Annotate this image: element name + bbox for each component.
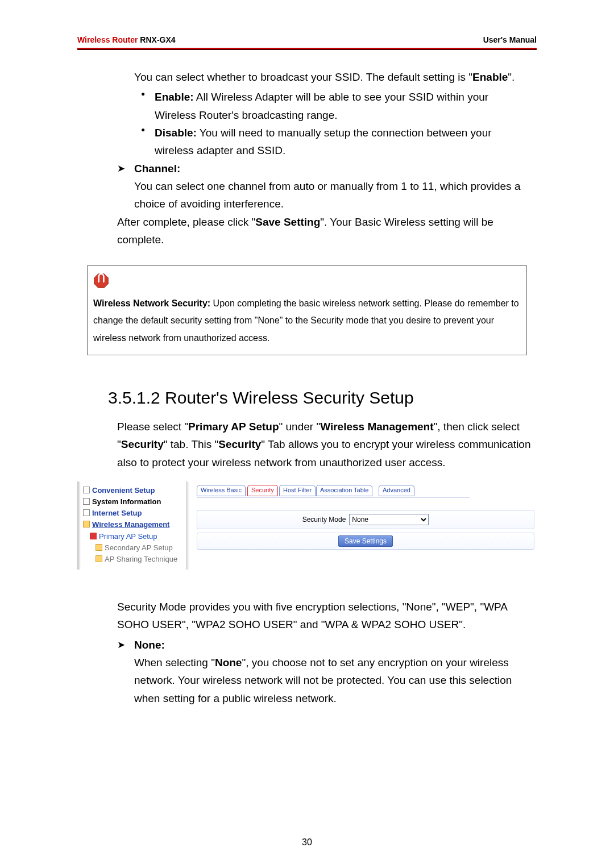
sidebar-item-ap-sharing[interactable]: AP Sharing Technique xyxy=(96,554,182,565)
after-complete-paragraph: After complete, please click "Save Setti… xyxy=(117,213,531,249)
header-rule xyxy=(77,48,537,50)
sidebar-item-internet-setup[interactable]: Internet Setup xyxy=(83,508,182,519)
text-bold: None xyxy=(215,657,242,668)
tab-association-table[interactable]: Association Table xyxy=(316,485,372,496)
text: When selecting " xyxy=(134,657,215,668)
tab-security[interactable]: Security xyxy=(247,485,278,496)
button-row: Save Settings xyxy=(197,533,534,550)
none-label: None: xyxy=(134,636,531,654)
text-bold: Security xyxy=(218,438,261,450)
bullet-disable: Disable: You will need to manually setup… xyxy=(134,124,531,160)
security-mode-select[interactable]: None xyxy=(349,514,429,525)
header-right: User's Manual xyxy=(483,35,537,44)
label: Secondary AP Setup xyxy=(105,543,173,552)
label: AP Sharing Technique xyxy=(105,555,177,563)
sidebar-item-system-info[interactable]: System Information xyxy=(83,496,182,508)
text: You will need to manually setup the conn… xyxy=(155,127,492,156)
header-left: Wireless Router RNX-GX4 xyxy=(77,35,176,44)
text: All Wireless Adapter will be able to see… xyxy=(155,91,488,121)
text: Please select " xyxy=(117,421,188,433)
sidebar-item-wireless-management[interactable]: Wireless Management xyxy=(83,519,182,530)
none-item: ➤ None: When selecting "None", you choos… xyxy=(117,636,531,707)
sidebar-item-primary-ap[interactable]: Primary AP Setup xyxy=(90,531,182,542)
sidebar-item-convenient-setup[interactable]: Convenient Setup xyxy=(83,485,182,496)
sidebar: Convenient Setup System Information Inte… xyxy=(83,485,182,565)
text-bold: Wireless Management xyxy=(320,421,433,433)
text-bold: Security xyxy=(121,438,164,450)
folder-icon xyxy=(96,544,102,551)
security-mode-row: Security Mode None xyxy=(197,510,534,529)
sidebar-item-secondary-ap[interactable]: Secondary AP Setup xyxy=(96,542,182,554)
page-header: Wireless Router RNX-GX4 User's Manual xyxy=(77,35,537,47)
stop-icon xyxy=(93,273,109,289)
text: ". xyxy=(508,71,515,83)
vertical-separator xyxy=(186,481,189,570)
page-number: 30 xyxy=(0,837,614,848)
folder-icon xyxy=(96,555,102,562)
text: " tab. This " xyxy=(164,438,219,450)
svg-marker-0 xyxy=(94,274,109,288)
security-setup-paragraph: Please select "Primary AP Setup" under "… xyxy=(117,418,531,471)
security-note-box: Wireless Network Security: Upon completi… xyxy=(87,265,527,355)
page-icon xyxy=(90,533,97,539)
text-bold: Save Setting xyxy=(255,216,320,228)
text-bold: Enable xyxy=(472,71,508,83)
router-ui-screenshot: Convenient Setup System Information Inte… xyxy=(77,481,537,570)
tab-advanced[interactable]: Advanced xyxy=(379,485,414,496)
label: Primary AP Setup xyxy=(99,532,157,541)
section-heading: 3.5.1.2 Router's Wireless Security Setup xyxy=(108,388,537,408)
none-text: When selecting "None", you choose not to… xyxy=(134,654,531,707)
security-mode-label: Security Mode xyxy=(302,516,346,524)
ssid-broadcast-paragraph: You can select whether to broadcast your… xyxy=(134,68,531,160)
text: You can select whether to broadcast your… xyxy=(134,71,472,83)
tab-strip: Wireless Basic Security Host Filter Asso… xyxy=(197,485,470,497)
label: Convenient Setup xyxy=(92,486,155,495)
note-title: Wireless Network Security: xyxy=(93,298,210,308)
label: Wireless Management xyxy=(92,520,169,529)
label: Enable: xyxy=(155,91,194,103)
product-name: Wireless Router xyxy=(77,35,138,44)
channel-item: ➤ Channel: You can select one channel fr… xyxy=(117,160,531,213)
channel-label: Channel: xyxy=(134,160,531,177)
label: Disable: xyxy=(155,127,197,139)
text: " under " xyxy=(279,421,320,433)
model-name: RNX-GX4 xyxy=(138,35,175,44)
text-bold: Primary AP Setup xyxy=(188,421,279,433)
label: Internet Setup xyxy=(92,509,142,517)
main-panel: Wireless Basic Security Host Filter Asso… xyxy=(197,485,534,550)
page-icon xyxy=(83,487,90,493)
tab-wireless-basic[interactable]: Wireless Basic xyxy=(197,485,246,496)
page-icon xyxy=(83,498,90,505)
tab-host-filter[interactable]: Host Filter xyxy=(279,485,316,496)
bullet-enable: Enable: All Wireless Adapter will be abl… xyxy=(134,88,531,124)
channel-text: You can select one channel from auto or … xyxy=(134,177,531,213)
save-settings-button[interactable]: Save Settings xyxy=(338,535,393,547)
label: System Information xyxy=(92,497,161,506)
shadow xyxy=(77,481,81,570)
security-mode-paragraph: Security Mode provides you with five enc… xyxy=(117,598,531,634)
arrow-icon: ➤ xyxy=(117,637,125,653)
text: After complete, please click " xyxy=(117,216,255,228)
folder-icon xyxy=(83,521,90,528)
arrow-icon: ➤ xyxy=(117,161,125,177)
note-text: Wireless Network Security: Upon completi… xyxy=(93,295,521,347)
page-icon xyxy=(83,509,90,516)
